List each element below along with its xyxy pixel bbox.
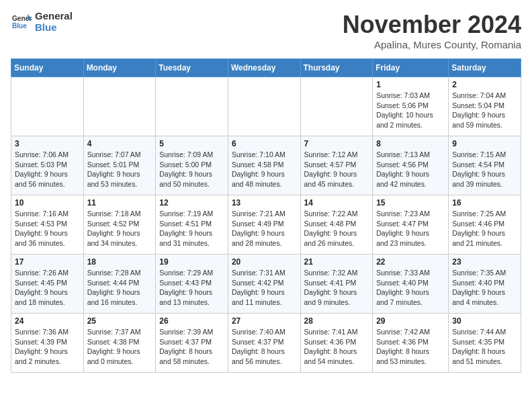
day-number: 14	[304, 198, 369, 208]
calendar-cell: 21Sunrise: 7:32 AM Sunset: 4:41 PM Dayli…	[300, 255, 373, 314]
calendar-cell: 22Sunrise: 7:33 AM Sunset: 4:40 PM Dayli…	[373, 255, 449, 314]
calendar-cell: 20Sunrise: 7:31 AM Sunset: 4:42 PM Dayli…	[228, 255, 300, 314]
title-section: November 2024 Apalina, Mures County, Rom…	[343, 11, 521, 50]
calendar-cell: 10Sunrise: 7:16 AM Sunset: 4:53 PM Dayli…	[11, 195, 84, 255]
day-info: Sunrise: 7:06 AM Sunset: 5:03 PM Dayligh…	[15, 150, 80, 189]
logo-text-line2: Blue	[35, 22, 73, 34]
calendar-cell: 28Sunrise: 7:41 AM Sunset: 4:36 PM Dayli…	[300, 314, 373, 373]
day-info: Sunrise: 7:13 AM Sunset: 4:56 PM Dayligh…	[376, 150, 445, 189]
calendar-cell: 14Sunrise: 7:22 AM Sunset: 4:48 PM Dayli…	[300, 195, 373, 255]
column-header-friday: Friday	[373, 59, 449, 77]
day-number: 22	[376, 257, 445, 267]
calendar-cell: 17Sunrise: 7:26 AM Sunset: 4:45 PM Dayli…	[11, 255, 84, 314]
day-number: 24	[15, 316, 80, 326]
day-info: Sunrise: 7:22 AM Sunset: 4:48 PM Dayligh…	[304, 209, 369, 248]
day-number: 10	[15, 198, 80, 208]
day-number: 16	[452, 198, 517, 208]
calendar-cell: 26Sunrise: 7:39 AM Sunset: 4:37 PM Dayli…	[156, 314, 228, 373]
calendar-week-2: 3Sunrise: 7:06 AM Sunset: 5:03 PM Daylig…	[11, 136, 521, 195]
day-number: 6	[232, 139, 297, 148]
calendar-cell: 25Sunrise: 7:37 AM Sunset: 4:38 PM Dayli…	[83, 314, 156, 373]
day-number: 13	[232, 198, 297, 208]
day-number: 26	[159, 316, 224, 326]
calendar-cell	[11, 77, 84, 136]
day-number: 20	[232, 257, 297, 267]
day-number: 3	[15, 139, 80, 148]
calendar-cell: 13Sunrise: 7:21 AM Sunset: 4:49 PM Dayli…	[228, 195, 300, 255]
day-number: 9	[452, 139, 517, 148]
day-info: Sunrise: 7:28 AM Sunset: 4:44 PM Dayligh…	[87, 268, 152, 308]
calendar-cell: 1Sunrise: 7:03 AM Sunset: 5:06 PM Daylig…	[373, 77, 449, 136]
column-header-wednesday: Wednesday	[228, 59, 300, 77]
calendar-cell: 2Sunrise: 7:04 AM Sunset: 5:04 PM Daylig…	[449, 77, 521, 136]
svg-text:Blue: Blue	[12, 22, 27, 30]
day-number: 8	[376, 139, 445, 148]
column-header-monday: Monday	[83, 59, 156, 77]
calendar-cell	[300, 77, 373, 136]
column-header-thursday: Thursday	[300, 59, 373, 77]
day-info: Sunrise: 7:15 AM Sunset: 4:54 PM Dayligh…	[452, 150, 517, 189]
day-number: 30	[452, 316, 517, 326]
column-header-sunday: Sunday	[11, 59, 84, 77]
column-header-saturday: Saturday	[449, 59, 521, 77]
day-number: 27	[232, 316, 297, 326]
day-info: Sunrise: 7:32 AM Sunset: 4:41 PM Dayligh…	[304, 268, 369, 308]
day-number: 4	[87, 139, 152, 148]
day-info: Sunrise: 7:10 AM Sunset: 4:58 PM Dayligh…	[232, 150, 297, 189]
day-info: Sunrise: 7:42 AM Sunset: 4:36 PM Dayligh…	[376, 327, 445, 367]
day-info: Sunrise: 7:04 AM Sunset: 5:04 PM Dayligh…	[452, 91, 517, 130]
calendar-week-4: 17Sunrise: 7:26 AM Sunset: 4:45 PM Dayli…	[11, 255, 521, 314]
day-info: Sunrise: 7:29 AM Sunset: 4:43 PM Dayligh…	[159, 268, 224, 308]
day-info: Sunrise: 7:09 AM Sunset: 5:00 PM Dayligh…	[159, 150, 224, 189]
day-info: Sunrise: 7:25 AM Sunset: 4:46 PM Dayligh…	[452, 209, 517, 248]
day-info: Sunrise: 7:26 AM Sunset: 4:45 PM Dayligh…	[15, 268, 80, 308]
day-info: Sunrise: 7:18 AM Sunset: 4:52 PM Dayligh…	[87, 209, 152, 248]
calendar-subtitle: Apalina, Mures County, Romania	[343, 39, 521, 50]
day-info: Sunrise: 7:33 AM Sunset: 4:40 PM Dayligh…	[376, 268, 445, 308]
day-info: Sunrise: 7:37 AM Sunset: 4:38 PM Dayligh…	[87, 327, 152, 367]
day-number: 23	[452, 257, 517, 267]
day-info: Sunrise: 7:12 AM Sunset: 4:57 PM Dayligh…	[304, 150, 369, 189]
calendar-cell: 7Sunrise: 7:12 AM Sunset: 4:57 PM Daylig…	[300, 136, 373, 195]
calendar-week-3: 10Sunrise: 7:16 AM Sunset: 4:53 PM Dayli…	[11, 195, 521, 255]
day-number: 21	[304, 257, 369, 267]
calendar-cell: 11Sunrise: 7:18 AM Sunset: 4:52 PM Dayli…	[83, 195, 156, 255]
day-info: Sunrise: 7:07 AM Sunset: 5:01 PM Dayligh…	[87, 150, 152, 189]
day-number: 28	[304, 316, 369, 326]
day-info: Sunrise: 7:03 AM Sunset: 5:06 PM Dayligh…	[376, 91, 445, 130]
calendar-cell: 18Sunrise: 7:28 AM Sunset: 4:44 PM Dayli…	[83, 255, 156, 314]
calendar-cell	[228, 77, 300, 136]
calendar-cell: 3Sunrise: 7:06 AM Sunset: 5:03 PM Daylig…	[11, 136, 84, 195]
calendar-cell: 29Sunrise: 7:42 AM Sunset: 4:36 PM Dayli…	[373, 314, 449, 373]
day-info: Sunrise: 7:23 AM Sunset: 4:47 PM Dayligh…	[376, 209, 445, 248]
logo-icon: General Blue	[11, 13, 32, 32]
day-info: Sunrise: 7:19 AM Sunset: 4:51 PM Dayligh…	[159, 209, 224, 248]
day-info: Sunrise: 7:41 AM Sunset: 4:36 PM Dayligh…	[304, 327, 369, 367]
day-info: Sunrise: 7:39 AM Sunset: 4:37 PM Dayligh…	[159, 327, 224, 367]
day-number: 2	[452, 80, 517, 89]
calendar-cell	[83, 77, 156, 136]
day-info: Sunrise: 7:40 AM Sunset: 4:37 PM Dayligh…	[232, 327, 297, 367]
calendar-cell: 6Sunrise: 7:10 AM Sunset: 4:58 PM Daylig…	[228, 136, 300, 195]
day-info: Sunrise: 7:36 AM Sunset: 4:39 PM Dayligh…	[15, 327, 80, 367]
day-info: Sunrise: 7:31 AM Sunset: 4:42 PM Dayligh…	[232, 268, 297, 308]
day-info: Sunrise: 7:35 AM Sunset: 4:40 PM Dayligh…	[452, 268, 517, 308]
header: General Blue General Blue November 2024 …	[11, 11, 521, 50]
calendar-cell: 24Sunrise: 7:36 AM Sunset: 4:39 PM Dayli…	[11, 314, 84, 373]
calendar-week-1: 1Sunrise: 7:03 AM Sunset: 5:06 PM Daylig…	[11, 77, 521, 136]
calendar-cell: 12Sunrise: 7:19 AM Sunset: 4:51 PM Dayli…	[156, 195, 228, 255]
day-number: 18	[87, 257, 152, 267]
calendar-cell: 9Sunrise: 7:15 AM Sunset: 4:54 PM Daylig…	[449, 136, 521, 195]
calendar-cell: 23Sunrise: 7:35 AM Sunset: 4:40 PM Dayli…	[449, 255, 521, 314]
calendar-cell: 27Sunrise: 7:40 AM Sunset: 4:37 PM Dayli…	[228, 314, 300, 373]
day-info: Sunrise: 7:44 AM Sunset: 4:35 PM Dayligh…	[452, 327, 517, 367]
day-number: 1	[376, 80, 445, 89]
day-number: 5	[159, 139, 224, 148]
calendar-cell: 19Sunrise: 7:29 AM Sunset: 4:43 PM Dayli…	[156, 255, 228, 314]
column-header-tuesday: Tuesday	[156, 59, 228, 77]
day-number: 7	[304, 139, 369, 148]
calendar-cell: 30Sunrise: 7:44 AM Sunset: 4:35 PM Dayli…	[449, 314, 521, 373]
calendar-cell: 16Sunrise: 7:25 AM Sunset: 4:46 PM Dayli…	[449, 195, 521, 255]
calendar-cell: 15Sunrise: 7:23 AM Sunset: 4:47 PM Dayli…	[373, 195, 449, 255]
logo: General Blue General Blue	[11, 11, 73, 33]
